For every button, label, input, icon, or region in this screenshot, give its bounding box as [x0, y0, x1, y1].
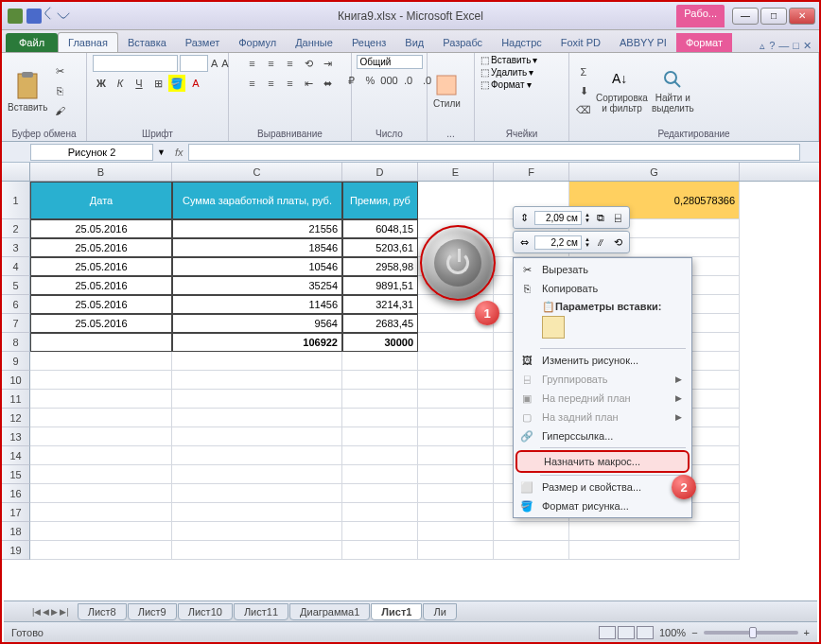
- tab-file[interactable]: Файл: [6, 33, 58, 52]
- cell[interactable]: [342, 390, 418, 409]
- align-left-icon[interactable]: ≡: [244, 75, 261, 92]
- sheet-tab[interactable]: Ли: [423, 603, 456, 620]
- row-header[interactable]: 7: [2, 314, 30, 333]
- view-mode-icons[interactable]: [599, 626, 654, 639]
- cell[interactable]: [30, 371, 172, 390]
- cell[interactable]: [342, 446, 418, 465]
- font-color-icon[interactable]: A: [187, 75, 204, 92]
- tab-view[interactable]: Вид: [395, 33, 433, 52]
- fx-icon[interactable]: fx: [169, 147, 189, 158]
- name-box[interactable]: [30, 144, 153, 161]
- row-header[interactable]: 18: [2, 522, 30, 541]
- cell[interactable]: [418, 333, 494, 352]
- save-icon[interactable]: [26, 9, 42, 24]
- font-size-input[interactable]: [180, 55, 208, 72]
- cell[interactable]: [172, 409, 342, 427]
- cell[interactable]: 25.05.2016: [30, 276, 172, 295]
- bold-button[interactable]: Ж: [93, 75, 110, 92]
- cell[interactable]: [418, 465, 494, 484]
- zoom-out-icon[interactable]: −: [691, 627, 697, 638]
- cell[interactable]: [30, 446, 172, 465]
- shape-width-input[interactable]: [534, 235, 582, 250]
- italic-button[interactable]: К: [112, 75, 129, 92]
- cell[interactable]: [30, 427, 172, 446]
- cell[interactable]: [30, 409, 172, 427]
- cell[interactable]: [418, 522, 494, 541]
- close-button[interactable]: ✕: [789, 8, 815, 25]
- cell[interactable]: [172, 541, 342, 560]
- row-header[interactable]: 2: [2, 219, 30, 238]
- orientation-icon[interactable]: ⟲: [301, 55, 318, 72]
- cell[interactable]: 9891,51: [342, 276, 418, 295]
- undo-icon[interactable]: [44, 6, 57, 19]
- row-header[interactable]: 4: [2, 257, 30, 276]
- worksheet-grid[interactable]: BCDEFG 1ДатаСумма заработной платы, руб.…: [2, 163, 819, 560]
- tab-data[interactable]: Данные: [286, 33, 342, 52]
- cell[interactable]: [172, 371, 342, 390]
- sort-filter-button[interactable]: A↓ Сортировка и фильтр: [596, 68, 648, 113]
- cell[interactable]: [342, 371, 418, 390]
- cell[interactable]: Премия, руб: [342, 182, 418, 219]
- column-header[interactable]: B: [30, 163, 172, 181]
- align-right-icon[interactable]: ≡: [282, 75, 299, 92]
- cell[interactable]: 25.05.2016: [30, 295, 172, 314]
- namebox-dropdown-icon[interactable]: ▼: [153, 148, 169, 157]
- autosum-icon[interactable]: Σ: [575, 63, 592, 80]
- row-header[interactable]: 17: [2, 503, 30, 522]
- formula-bar[interactable]: [188, 144, 800, 161]
- height-spinner[interactable]: ▲▼: [585, 212, 590, 223]
- group-icon[interactable]: ⌸: [611, 210, 626, 225]
- cell[interactable]: [30, 390, 172, 409]
- row-header[interactable]: 3: [2, 238, 30, 257]
- tab-home[interactable]: Главная: [58, 32, 118, 52]
- cell[interactable]: [172, 427, 342, 446]
- sheet-tab[interactable]: Лист10: [178, 603, 233, 620]
- row-header[interactable]: 16: [2, 484, 30, 503]
- underline-button[interactable]: Ч: [131, 75, 148, 92]
- cell[interactable]: [172, 522, 342, 541]
- cell[interactable]: [342, 427, 418, 446]
- align-center-icon[interactable]: ≡: [263, 75, 280, 92]
- percent-icon[interactable]: %: [362, 72, 379, 89]
- row-header[interactable]: 13: [2, 427, 30, 446]
- delete-cells-button[interactable]: ⬚ Удалить ▾: [480, 67, 533, 78]
- rotate-icon[interactable]: ⟲: [611, 235, 626, 250]
- cell[interactable]: 5203,61: [342, 238, 418, 257]
- cell[interactable]: 3214,31: [342, 295, 418, 314]
- cell[interactable]: [342, 484, 418, 503]
- cell[interactable]: [342, 503, 418, 522]
- find-select-button[interactable]: Найти и выделить: [652, 68, 694, 113]
- inc-decimal-icon[interactable]: .0: [400, 72, 417, 89]
- cell[interactable]: 2683,45: [342, 314, 418, 333]
- cell[interactable]: [494, 522, 569, 541]
- minimize-button[interactable]: —: [732, 8, 759, 25]
- cell[interactable]: [569, 541, 740, 560]
- cell[interactable]: Дата: [30, 182, 172, 219]
- ctx-change-picture[interactable]: 🖼Изменить рисунок...: [515, 351, 690, 370]
- cell[interactable]: [418, 446, 494, 465]
- indent-dec-icon[interactable]: ⇤: [301, 75, 318, 92]
- tab-review[interactable]: Реценз: [342, 33, 395, 52]
- cut-icon[interactable]: ✂: [51, 62, 68, 79]
- tab-insert[interactable]: Вставка: [118, 33, 176, 52]
- cell[interactable]: 25.05.2016: [30, 238, 172, 257]
- border-button[interactable]: ⊞: [149, 75, 166, 92]
- cell[interactable]: 21556: [172, 219, 342, 238]
- tab-foxit[interactable]: Foxit PD: [551, 33, 610, 52]
- zoom-slider[interactable]: [704, 631, 798, 635]
- font-name-input[interactable]: [93, 55, 178, 72]
- cell[interactable]: [418, 371, 494, 390]
- cell[interactable]: Сумма заработной платы, руб.: [172, 182, 342, 219]
- cell[interactable]: [342, 522, 418, 541]
- format-painter-icon[interactable]: 🖌: [51, 102, 68, 119]
- cell[interactable]: 6048,15: [342, 219, 418, 238]
- align-top-icon[interactable]: ≡: [244, 55, 261, 72]
- select-all-corner[interactable]: [2, 163, 30, 181]
- column-header[interactable]: F: [494, 163, 569, 181]
- cell[interactable]: [418, 390, 494, 409]
- crop-icon[interactable]: ⧉: [593, 210, 608, 225]
- cell[interactable]: [418, 409, 494, 427]
- cell[interactable]: [30, 484, 172, 503]
- cell[interactable]: [30, 522, 172, 541]
- cell[interactable]: [172, 484, 342, 503]
